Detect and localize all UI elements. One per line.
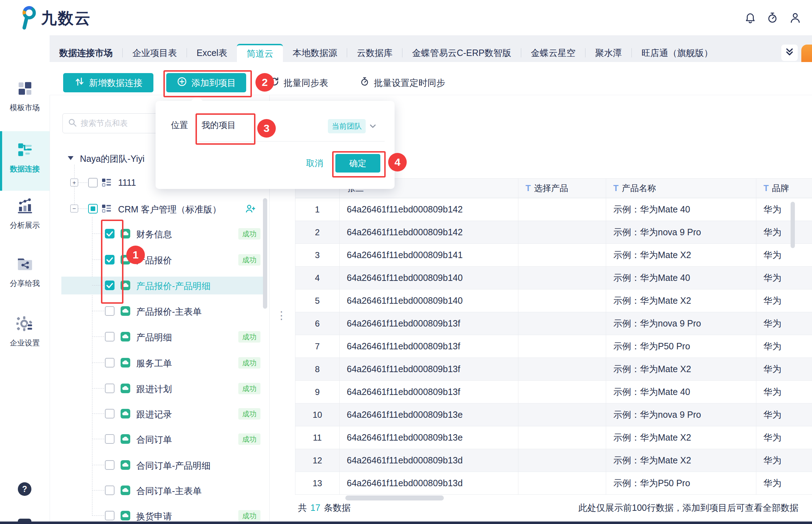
confirm-button[interactable]: 确定 <box>335 154 380 173</box>
add-to-project-button[interactable]: 添加到项目 <box>166 73 246 92</box>
bell-icon[interactable] <box>744 12 756 24</box>
sidebar-item-2[interactable]: 分析展示 <box>0 197 50 230</box>
data-table: 张三T选择产品T产品名称T品牌164a26461f11ebd000809b142… <box>295 178 812 495</box>
sidebar-item-0[interactable]: 模板市场 <box>0 80 50 113</box>
tree-leaf-2[interactable]: 产品报价-产品明细 <box>50 273 269 298</box>
tree-leaf-checkbox[interactable] <box>105 384 115 393</box>
tree-leaf-label[interactable]: 换货申请 <box>136 510 172 522</box>
stopwatch-icon <box>360 77 370 89</box>
tree-leaf-8[interactable]: 合同订单成功 <box>50 426 269 452</box>
user-icon[interactable] <box>789 12 801 24</box>
add-member-icon[interactable] <box>245 204 255 215</box>
batch-sync-button[interactable]: 批量同步表 <box>269 73 328 92</box>
tree-leaf-checkbox[interactable] <box>105 409 115 418</box>
table-vertical-scrollbar[interactable] <box>791 202 795 248</box>
tree-leaf-label[interactable]: 产品明细 <box>136 332 172 343</box>
column-header-4[interactable]: T品牌 <box>756 179 812 198</box>
sidebar-item-3[interactable]: 分享给我 <box>0 256 50 288</box>
tree-expander-expanded[interactable]: − <box>70 205 78 212</box>
table-horizontal-scrollbar[interactable] <box>345 495 444 500</box>
tree-leaf-6[interactable]: 跟进计划成功 <box>50 376 269 401</box>
tree-leaf-checkbox[interactable] <box>105 486 115 495</box>
cell-r5-c3: 示例：华为Mate X2 <box>606 289 756 312</box>
shared-with-me-icon <box>16 256 34 274</box>
tree-connector <box>92 260 104 260</box>
tab-0[interactable]: 数据连接市场 <box>50 44 122 62</box>
tree-leaf-10[interactable]: 合同订单-主表单 <box>50 478 269 503</box>
tree-leaf-label[interactable]: 产品报价 <box>136 255 172 266</box>
tree-node-crm[interactable]: CRM 客户管理（标准版） <box>118 204 221 215</box>
tab-4[interactable]: 本地数据源 <box>283 44 347 62</box>
tree-leaf-5[interactable]: 服务工单成功 <box>50 350 269 376</box>
cell-r7-c2 <box>518 335 606 358</box>
panel-resize-handle[interactable]: ⋮ <box>276 310 287 321</box>
sidebar-item-4[interactable]: 企业设置 <box>0 315 50 348</box>
sync-icon <box>269 77 279 89</box>
add-to-project-label: 添加到项目 <box>192 77 236 89</box>
tree-leaf-3[interactable]: 产品报价-主表单 <box>50 298 269 324</box>
cancel-button[interactable]: 取消 <box>301 155 328 171</box>
tree-leaf-checkbox[interactable] <box>105 358 115 368</box>
tab-8[interactable]: 聚水潭 <box>585 44 631 62</box>
tab-6[interactable]: 金蝶管易云C-ERP数智版 <box>402 44 521 62</box>
chevron-down-icon[interactable] <box>369 122 377 132</box>
tab-9[interactable]: 旺店通（旗舰版） <box>632 44 722 62</box>
tree-leaf-checkbox[interactable] <box>105 306 115 316</box>
tree-leaf-label[interactable]: 合同订单-产品明细 <box>136 460 210 472</box>
tree-leaf-checkbox[interactable] <box>105 229 115 238</box>
tree-node-1111[interactable]: 1111 <box>118 178 136 188</box>
tree-leaf-label[interactable]: 跟进计划 <box>136 383 172 395</box>
tab-5[interactable]: 云数据库 <box>347 44 402 62</box>
tree-leaf-label[interactable]: 合同订单-主表单 <box>136 485 202 497</box>
tree-leaf-0[interactable]: 财务信息成功 <box>50 221 269 247</box>
tab-overflow-expand-button[interactable] <box>781 45 798 61</box>
tree-leaf-checkbox[interactable] <box>105 511 115 520</box>
tab-7[interactable]: 金蝶云星空 <box>521 44 585 62</box>
tree-checkbox-1111[interactable] <box>88 178 98 187</box>
logo[interactable]: 九数云 <box>20 5 91 31</box>
help-button[interactable]: ? <box>18 482 31 496</box>
tree-scrollbar[interactable] <box>263 198 267 309</box>
tree-leaf-label[interactable]: 产品报价-主表单 <box>136 306 202 318</box>
tree-root-team[interactable]: Naya的团队-Yiyi <box>80 153 144 165</box>
cell-r12-c0: 12 <box>295 449 340 472</box>
tree-leaf-11[interactable]: 换货申请成功 <box>50 503 269 524</box>
tree-leaf-7[interactable]: 跟进记录成功 <box>50 401 269 427</box>
timer-icon[interactable] <box>766 12 778 24</box>
caret-down-icon[interactable] <box>68 156 73 160</box>
tree-leaf-checkbox[interactable] <box>105 255 115 264</box>
tree-leaf-checkbox[interactable] <box>105 460 115 470</box>
location-value[interactable]: 我的项目 <box>202 119 236 131</box>
tree-leaf-4[interactable]: 产品明细成功 <box>50 324 269 350</box>
new-data-connection-button[interactable]: 新增数据连接 <box>63 73 153 92</box>
tab-3[interactable]: 简道云 <box>237 44 283 62</box>
batch-timer-sync-button[interactable]: 批量设置定时同步 <box>360 73 445 92</box>
tree-leaf-label[interactable]: 服务工单 <box>136 358 172 369</box>
analysis-icon <box>16 197 34 216</box>
tab-2[interactable]: Excel表 <box>187 44 237 62</box>
tree-leaf-1[interactable]: 产品报价成功 <box>50 247 269 273</box>
cell-r8-c3: 示例：华为Mate X2 <box>606 358 756 381</box>
tree-expander-collapsed[interactable]: + <box>70 179 78 186</box>
sidebar-item-1[interactable]: 数据连接 <box>0 141 50 174</box>
column-header-2[interactable]: T选择产品 <box>518 179 606 198</box>
tree-leaf-checkbox[interactable] <box>105 281 115 290</box>
form-icon <box>121 358 130 369</box>
tree-leaf-label[interactable]: 财务信息 <box>136 228 172 240</box>
batch-timer-label: 批量设置定时同步 <box>374 77 445 89</box>
tree-leaf-label[interactable]: 合同订单 <box>136 434 172 446</box>
search-input[interactable]: 搜索节点和表 <box>62 113 162 133</box>
tree-checkbox-crm[interactable] <box>88 204 98 214</box>
tree-leaf-checkbox[interactable] <box>105 332 115 341</box>
enterprise-settings-icon <box>16 315 34 334</box>
team-selector[interactable]: 当前团队 <box>328 119 366 133</box>
column-header-3[interactable]: T产品名称 <box>606 179 756 198</box>
tree-leaf-label[interactable]: 跟进记录 <box>136 409 172 420</box>
cell-r1-c1: 64a26461f11ebd000809b142 <box>340 198 518 221</box>
tree-leaf-checkbox[interactable] <box>105 434 115 444</box>
tab-1[interactable]: 企业项目表 <box>123 44 187 62</box>
sync-status-badge: 成功 <box>238 510 260 522</box>
cell-r3-c1: 64a26461f11ebd000809b141 <box>340 244 518 267</box>
tree-leaf-9[interactable]: 合同订单-产品明细 <box>50 452 269 478</box>
tree-leaf-label[interactable]: 产品报价-产品明细 <box>136 280 210 292</box>
